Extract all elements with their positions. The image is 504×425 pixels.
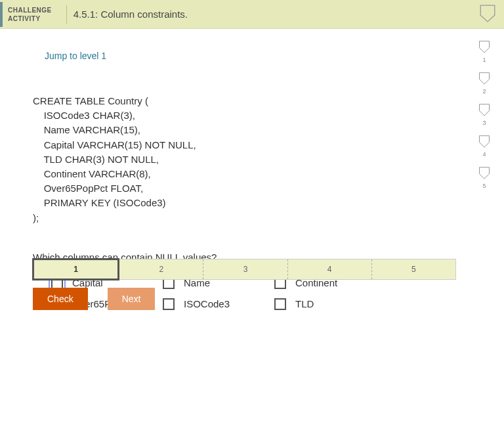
level-number: 4	[482, 151, 486, 158]
shield-icon	[478, 39, 491, 54]
progress-segment-2[interactable]: 2	[119, 259, 203, 279]
level-indicator-4[interactable]: 4	[478, 134, 491, 158]
shield-icon	[478, 166, 491, 180]
shield-icon	[478, 134, 491, 148]
level-indicator-2[interactable]: 2	[478, 71, 491, 95]
sql-code-block: CREATE TABLE Country ( ISOCode3 CHAR(3),…	[33, 94, 472, 225]
content-area: Jump to level 1 CREATE TABLE Country ( I…	[0, 29, 504, 310]
check-button[interactable]: Check	[33, 288, 88, 310]
label-line1: CHALLENGE	[8, 6, 52, 14]
header-divider	[66, 5, 67, 24]
bottom-controls: 12345 Check Next	[33, 259, 488, 310]
label-line2: ACTIVITY	[8, 14, 52, 23]
side-level-indicators: 12345	[478, 39, 491, 189]
challenge-activity-label: CHALLENGE ACTIVITY	[0, 2, 60, 27]
level-number: 5	[482, 183, 486, 189]
next-button[interactable]: Next	[108, 288, 156, 310]
level-indicator-3[interactable]: 3	[478, 102, 491, 126]
header-shield-icon	[479, 4, 496, 25]
progress-segment-5[interactable]: 5	[372, 259, 455, 279]
challenge-header: CHALLENGE ACTIVITY 4.5.1: Column constra…	[0, 0, 504, 29]
progress-segment-3[interactable]: 3	[203, 259, 287, 279]
level-number: 1	[482, 56, 486, 63]
shield-icon	[478, 71, 491, 85]
challenge-title: 4.5.1: Column constraints.	[74, 9, 188, 20]
level-indicator-1[interactable]: 1	[478, 39, 491, 63]
progress-bar: 12345	[33, 259, 456, 280]
jump-to-level-link[interactable]: Jump to level 1	[45, 51, 106, 61]
action-buttons: Check Next	[33, 288, 488, 310]
level-indicator-5[interactable]: 5	[478, 166, 491, 189]
level-number: 2	[482, 88, 486, 95]
progress-segment-1[interactable]: 1	[32, 258, 119, 280]
progress-segment-4[interactable]: 4	[288, 259, 372, 279]
header-left: CHALLENGE ACTIVITY 4.5.1: Column constra…	[0, 0, 188, 28]
level-number: 3	[482, 120, 486, 126]
shield-icon	[478, 102, 491, 117]
